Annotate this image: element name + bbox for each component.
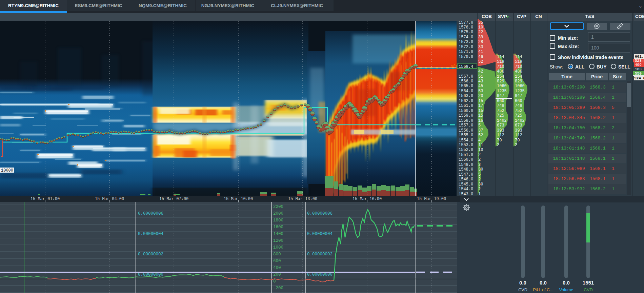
svg-text:1546.0: 1546.0 (459, 177, 473, 182)
svg-text:70: 70 (515, 138, 520, 143)
svg-text:1553.0: 1553.0 (459, 143, 473, 148)
svg-text:1060: 1060 (515, 84, 525, 89)
svg-text:0.00000006: 0.00000006 (307, 211, 333, 216)
svg-text:400: 400 (273, 266, 281, 270)
svg-text:725: 725 (515, 113, 522, 118)
svg-text:947: 947 (515, 94, 522, 98)
svg-text:17: 17 (478, 103, 483, 108)
svg-text:1552.0: 1552.0 (459, 148, 473, 152)
svg-text:2200: 2200 (273, 204, 283, 209)
svg-text:0.00000004: 0.00000004 (138, 232, 163, 236)
svg-text:1561.0: 1561.0 (459, 103, 473, 108)
svg-text:15: 15 (478, 99, 483, 103)
svg-text:1547.0: 1547.0 (459, 172, 473, 177)
svg-text:5: 5 (478, 172, 481, 177)
svg-text:1548.0: 1548.0 (459, 167, 473, 172)
svg-text:523: 523 (635, 59, 642, 63)
svg-text:37: 37 (478, 128, 483, 133)
svg-text:53: 53 (478, 89, 483, 94)
svg-text:1559.0: 1559.0 (459, 113, 473, 118)
svg-text:393: 393 (497, 128, 504, 133)
svg-text:524.0: 524.0 (634, 76, 644, 80)
svg-text:1600: 1600 (273, 225, 283, 230)
svg-text:10: 10 (478, 148, 483, 152)
svg-text:15: 15 (478, 109, 483, 113)
svg-text:28: 28 (478, 40, 483, 44)
svg-text:45: 45 (478, 84, 483, 89)
svg-text:3: 3 (478, 162, 481, 167)
svg-text:1566.0: 1566.0 (459, 79, 473, 84)
svg-text:1235: 1235 (497, 89, 507, 94)
svg-text:20: 20 (478, 94, 483, 98)
svg-text:2: 2 (478, 153, 481, 157)
svg-text:1: 1 (478, 192, 481, 196)
svg-text:1554.0: 1554.0 (459, 138, 473, 143)
svg-text:1(1): 1(1) (451, 64, 457, 68)
svg-text:114: 114 (515, 55, 522, 59)
svg-text:947: 947 (497, 94, 504, 98)
svg-text:752: 752 (515, 109, 522, 113)
svg-text:16: 16 (478, 118, 483, 123)
svg-text:1570.0: 1570.0 (459, 55, 473, 59)
svg-text:710: 710 (497, 64, 504, 69)
svg-text:154: 154 (497, 74, 504, 79)
svg-text:2: 2 (478, 177, 481, 182)
svg-text:70: 70 (497, 138, 502, 143)
svg-text:660: 660 (497, 99, 504, 103)
svg-text:52: 52 (478, 59, 483, 64)
svg-text:1563.0: 1563.0 (459, 94, 473, 98)
svg-text:1235: 1235 (515, 89, 525, 94)
svg-text:1200: 1200 (273, 238, 283, 243)
svg-text:1000: 1000 (273, 245, 283, 250)
svg-text:0.00000002: 0.00000002 (138, 252, 163, 257)
svg-text:660: 660 (515, 99, 522, 103)
svg-text:1550.0: 1550.0 (459, 157, 473, 162)
svg-text:52: 52 (478, 133, 483, 138)
svg-text:800: 800 (273, 252, 281, 257)
svg-text:10: 10 (478, 25, 483, 30)
svg-text:0.00000006: 0.00000006 (138, 211, 163, 216)
svg-text:154: 154 (515, 74, 522, 79)
svg-text:486: 486 (515, 69, 522, 74)
svg-text:39: 39 (478, 35, 483, 40)
svg-text:2: 2 (478, 187, 481, 192)
svg-text:1574.0: 1574.0 (459, 35, 473, 40)
svg-text:2000: 2000 (273, 211, 283, 216)
svg-text:725: 725 (497, 113, 504, 118)
svg-text:519: 519 (515, 59, 522, 64)
svg-text:200: 200 (273, 272, 281, 277)
svg-text:1571.0: 1571.0 (459, 50, 473, 54)
svg-text:601.0: 601.0 (635, 55, 644, 59)
svg-text:112: 112 (497, 133, 504, 138)
svg-text:1572.0: 1572.0 (459, 45, 473, 50)
svg-text:673: 673 (497, 123, 504, 128)
svg-text:1060: 1060 (497, 84, 507, 89)
svg-text:1545.0: 1545.0 (459, 182, 473, 187)
svg-text:43: 43 (478, 79, 483, 84)
svg-text:519: 519 (497, 59, 504, 64)
svg-text:1555.0: 1555.0 (459, 133, 473, 138)
svg-text:114: 114 (497, 55, 504, 59)
svg-text:752: 752 (497, 109, 504, 113)
svg-text:0.00000002: 0.00000002 (307, 252, 333, 257)
svg-text:2: 2 (515, 143, 517, 148)
svg-text:1800: 1800 (273, 218, 283, 223)
svg-text:1573.0: 1573.0 (459, 40, 473, 44)
svg-text:1565.0: 1565.0 (459, 84, 473, 89)
svg-text:748: 748 (497, 103, 504, 108)
svg-text:1560.0: 1560.0 (459, 109, 473, 113)
svg-text:1549.0: 1549.0 (459, 162, 473, 167)
svg-text:5: 5 (478, 123, 481, 128)
svg-text:550: 550 (635, 72, 642, 76)
svg-text:1400: 1400 (273, 232, 283, 236)
svg-text:41: 41 (478, 50, 483, 54)
svg-text:0.00000000: 0.00000000 (307, 272, 333, 277)
svg-text:4: 4 (478, 138, 481, 143)
svg-text:0.00000000: 0.00000000 (138, 272, 163, 277)
svg-text:163: 163 (635, 67, 642, 71)
svg-text:22: 22 (478, 30, 483, 35)
svg-text:1568.4: 1568.4 (459, 64, 473, 69)
svg-text:46: 46 (478, 55, 483, 59)
svg-text:51: 51 (478, 74, 483, 79)
svg-text:2: 2 (478, 157, 481, 162)
